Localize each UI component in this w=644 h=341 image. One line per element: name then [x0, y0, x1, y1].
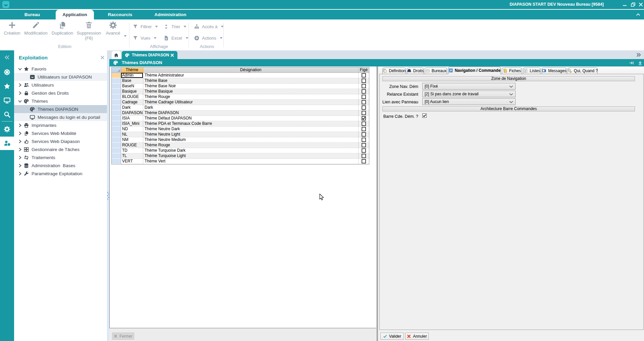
cell-designation[interactable]: Thème PDA et Terminaux Code Barre — [143, 121, 359, 127]
cell-designation[interactable]: Thème Turquoise Dark — [143, 148, 359, 153]
cell-designation[interactable]: Thème Cadrage Utilisateur — [143, 100, 359, 105]
fige-checkbox[interactable] — [362, 159, 366, 163]
menu-tab-application[interactable]: Application — [56, 10, 94, 19]
fige-checkbox[interactable] — [362, 132, 366, 137]
row-selector[interactable] — [112, 73, 121, 78]
cell-designation[interactable]: Thème Administrateur — [143, 73, 359, 78]
chevron-right-icon[interactable] — [18, 123, 22, 128]
inspector-tab-droits[interactable]: Droits — [407, 67, 424, 74]
row-selector[interactable] — [112, 84, 121, 89]
table-row-isia[interactable]: ISIAThème Défaut DIAPASON — [112, 116, 369, 121]
table-row-vert[interactable]: VERTThème Vert — [112, 159, 369, 164]
fige-checkbox[interactable] — [362, 111, 366, 115]
menu-tab-bureau[interactable]: Bureau — [17, 10, 48, 19]
fige-checkbox[interactable] — [362, 89, 366, 94]
close-tab-icon[interactable] — [170, 53, 174, 57]
tab-themes-diapason[interactable]: Thèmes DIAPASON — [122, 51, 177, 59]
cell-designation[interactable]: Thème Rouge — [143, 143, 359, 148]
row-selector[interactable] — [112, 153, 121, 159]
tree-item-administration-bases[interactable]: Administration Bases — [14, 161, 107, 169]
menu-tab-raccourcis[interactable]: Raccourcis — [105, 10, 136, 19]
cell-designation[interactable]: Thème Turquoise Light — [143, 153, 359, 159]
row-selector[interactable] — [112, 143, 121, 148]
valider-button[interactable]: Valider — [380, 333, 404, 340]
sidebar-item-users-active[interactable] — [0, 137, 14, 150]
cell-designation[interactable]: Thème Base — [143, 78, 359, 84]
tree-item-messages-du-login-et-du-portail[interactable]: Messages du login et du portail — [14, 113, 107, 121]
cell-designation[interactable]: Thème Neutre Dark — [143, 127, 359, 132]
actions-button[interactable]: Actions — [194, 35, 223, 41]
chevron-right-icon[interactable] — [18, 147, 22, 152]
cell-theme[interactable]: NM — [121, 137, 143, 143]
annuler-button[interactable]: Annuler — [405, 333, 429, 340]
fige-checkbox[interactable] — [362, 143, 366, 147]
table-row-cadrage[interactable]: CadrageThème Cadrage Utilisateur — [112, 100, 369, 105]
cell-designation[interactable]: Thème Rouge — [143, 94, 359, 100]
restore-button[interactable] — [631, 2, 636, 7]
cell-theme[interactable]: Base — [121, 78, 143, 84]
table-row-td[interactable]: TDThème Turquoise Dark — [112, 148, 369, 153]
row-selector[interactable] — [112, 110, 121, 116]
table-row-nl[interactable]: NLThème Neutre Light — [112, 132, 369, 137]
chevrons-right-icon[interactable] — [636, 52, 641, 58]
row-selector[interactable] — [112, 132, 121, 137]
chevron-right-icon[interactable] — [18, 155, 22, 160]
zone-nav-select[interactable]: [0] Fixé — [422, 83, 516, 90]
row-selector[interactable] — [112, 159, 121, 164]
dock-panel-icon[interactable] — [629, 60, 634, 65]
column-header-theme[interactable]: Thème — [121, 67, 143, 73]
row-selector[interactable] — [112, 94, 121, 100]
select-all-header[interactable] — [112, 67, 121, 73]
cell-theme[interactable]: DIAPASON — [121, 110, 143, 116]
fige-checkbox[interactable] — [362, 73, 366, 78]
avance-button[interactable]: Avancé — [100, 21, 126, 36]
cell-theme[interactable]: ROUGE — [121, 143, 143, 148]
table-row-diapason[interactable]: DIAPASONThème DIAPASON — [112, 110, 369, 116]
excel-button[interactable]: Excel — [163, 35, 189, 41]
fige-checkbox[interactable] — [362, 154, 366, 158]
barre-cde-checkbox[interactable] — [422, 113, 427, 118]
row-selector[interactable] — [112, 121, 121, 127]
inspector-tab-navigation-commande[interactable]: Navigation / Commande — [448, 66, 501, 74]
trier-button[interactable]: Trier — [163, 23, 187, 30]
table-row-base[interactable]: BaseThème Base — [112, 78, 369, 84]
sidebar-item-wheel[interactable] — [0, 68, 14, 76]
row-selector[interactable] — [112, 137, 121, 143]
tree-item-gestionnaire-de-t-ches[interactable]: Gestionnaire de Tâches — [14, 145, 107, 153]
relance-select[interactable]: [2] Si pas dans zone de travail — [422, 91, 516, 97]
duplication-button[interactable]: Duplication — [50, 21, 75, 36]
table-row-basen[interactable]: BaseNThème Base Noir — [112, 84, 369, 89]
cell-designation[interactable]: Thème Neutre Medium — [143, 137, 359, 143]
cell-theme[interactable]: BLOUGE — [121, 94, 143, 100]
close-panel-icon[interactable] — [100, 55, 105, 60]
cell-designation[interactable]: Dark — [143, 105, 359, 110]
cell-theme[interactable]: NL — [121, 132, 143, 137]
sidebar-item-monitor[interactable] — [0, 97, 14, 104]
inspector-tab-messages[interactable]: Messages — [542, 67, 567, 74]
cell-designation[interactable]: Thème DIAPASON — [143, 110, 359, 116]
cell-designation[interactable]: Thème Base Noir — [143, 84, 359, 89]
tree-item-param-trage-exploitation[interactable]: Paramétrage Exploitation — [14, 169, 107, 178]
inspector-tab-qui-quand[interactable]: Qui, Quand ? — [568, 67, 598, 74]
table-row-blouge[interactable]: BLOUGEThème Rouge — [112, 94, 369, 100]
minimize-button[interactable] — [622, 2, 627, 7]
acces-a-button[interactable]: Accès à — [194, 23, 224, 30]
cell-designation[interactable]: Thème Vert — [143, 159, 359, 164]
chevron-right-icon[interactable] — [18, 83, 22, 87]
tree-item-th-mes-diapason[interactable]: Thèmes DIAPASON — [14, 105, 107, 113]
table-row-nd[interactable]: NDThème Neutre Dark — [112, 127, 369, 132]
chevron-right-icon[interactable] — [18, 163, 22, 168]
cell-theme[interactable]: ISIA_Mini — [121, 121, 143, 127]
cell-designation[interactable]: Thème Neutre Light — [143, 132, 359, 137]
row-selector[interactable] — [112, 78, 121, 84]
fige-checkbox[interactable] — [362, 100, 366, 104]
filtrer-button[interactable]: Filtrer — [132, 23, 158, 30]
lien-select[interactable]: [0] Aucun lien — [422, 98, 516, 105]
column-header-fige[interactable]: Figé — [359, 67, 369, 73]
cell-theme[interactable]: ISIA — [121, 116, 143, 121]
tree-item-favoris[interactable]: Favoris — [14, 65, 107, 73]
row-selector[interactable] — [112, 127, 121, 132]
fige-checkbox[interactable] — [362, 95, 366, 99]
cell-theme[interactable]: Admin — [121, 73, 143, 78]
row-selector[interactable] — [112, 105, 121, 110]
